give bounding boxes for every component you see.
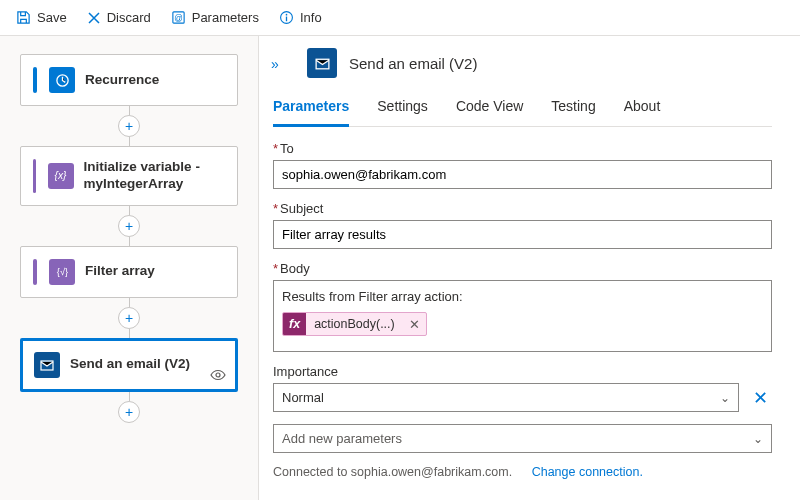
filter-icon: {√} bbox=[49, 259, 75, 285]
to-input[interactable] bbox=[273, 160, 772, 189]
step-filter-array[interactable]: {√} Filter array bbox=[20, 246, 238, 298]
accent-bar bbox=[33, 259, 37, 285]
add-parameters-label: Add new parameters bbox=[282, 431, 402, 446]
svg-text:{√}: {√} bbox=[56, 268, 67, 278]
body-editor[interactable]: Results from Filter array action: fx act… bbox=[273, 280, 772, 352]
body-text: Results from Filter array action: bbox=[282, 289, 763, 304]
chevron-down-icon: ⌄ bbox=[753, 432, 763, 446]
toolbar: Save Discard @ Parameters Info bbox=[0, 0, 800, 36]
svg-rect-4 bbox=[286, 17, 287, 22]
token-remove-button[interactable]: ✕ bbox=[403, 317, 426, 332]
save-icon bbox=[16, 10, 31, 25]
panel-tabs: Parameters Settings Code View Testing Ab… bbox=[273, 92, 772, 127]
svg-point-9 bbox=[216, 373, 220, 377]
to-label: To bbox=[280, 141, 294, 156]
connection-footer: Connected to sophia.owen@fabrikam.com. C… bbox=[273, 465, 772, 479]
variable-icon: {x} bbox=[48, 163, 74, 189]
field-subject: *Subject bbox=[273, 201, 772, 249]
accent-bar bbox=[33, 159, 36, 193]
tab-about[interactable]: About bbox=[624, 92, 661, 126]
connector: + bbox=[20, 106, 238, 146]
connector: + bbox=[20, 392, 238, 423]
fx-icon: fx bbox=[283, 313, 306, 335]
parameters-button[interactable]: @ Parameters bbox=[163, 6, 267, 29]
tab-testing[interactable]: Testing bbox=[551, 92, 595, 126]
info-label: Info bbox=[300, 10, 322, 25]
field-importance: Importance Normal ⌄ ✕ bbox=[273, 364, 772, 412]
subject-label: Subject bbox=[280, 201, 323, 216]
clear-importance-button[interactable]: ✕ bbox=[749, 387, 772, 409]
importance-select[interactable]: Normal ⌄ bbox=[273, 383, 739, 412]
discard-icon bbox=[87, 11, 101, 25]
step-send-email[interactable]: Send an email (V2) bbox=[20, 338, 238, 392]
step-recurrence[interactable]: Recurrence bbox=[20, 54, 238, 106]
add-step-button[interactable]: + bbox=[118, 115, 140, 137]
panel-title: Send an email (V2) bbox=[349, 55, 477, 72]
token-text: actionBody(...) bbox=[306, 313, 403, 335]
parameters-icon: @ bbox=[171, 10, 186, 25]
save-label: Save bbox=[37, 10, 67, 25]
field-body: *Body Results from Filter array action: … bbox=[273, 261, 772, 352]
connector: + bbox=[20, 206, 238, 246]
accent-bar bbox=[33, 67, 37, 93]
designer-canvas: Recurrence + {x} Initialize variable - m… bbox=[0, 36, 258, 500]
svg-text:{x}: {x} bbox=[55, 171, 68, 182]
importance-value: Normal bbox=[282, 390, 324, 405]
connected-text: Connected to sophia.owen@fabrikam.com. bbox=[273, 465, 512, 479]
add-step-button[interactable]: + bbox=[118, 401, 140, 423]
discard-button[interactable]: Discard bbox=[79, 6, 159, 29]
connector: + bbox=[20, 298, 238, 338]
step-title: Filter array bbox=[85, 263, 155, 280]
email-icon bbox=[34, 352, 60, 378]
info-icon bbox=[279, 10, 294, 25]
clock-icon bbox=[49, 67, 75, 93]
tab-parameters[interactable]: Parameters bbox=[273, 92, 349, 127]
discard-label: Discard bbox=[107, 10, 151, 25]
subject-input[interactable] bbox=[273, 220, 772, 249]
add-step-button[interactable]: + bbox=[118, 307, 140, 329]
step-initialize-variable[interactable]: {x} Initialize variable - myIntegerArray bbox=[20, 146, 238, 206]
collapse-panel-button[interactable]: » bbox=[271, 56, 279, 72]
peek-icon[interactable] bbox=[210, 369, 226, 384]
parameters-label: Parameters bbox=[192, 10, 259, 25]
details-panel: » Send an email (V2) Parameters Settings… bbox=[258, 36, 800, 500]
step-title: Send an email (V2) bbox=[70, 356, 190, 373]
add-parameters-select[interactable]: Add new parameters ⌄ bbox=[273, 424, 772, 453]
save-button[interactable]: Save bbox=[8, 6, 75, 29]
svg-point-3 bbox=[286, 14, 288, 16]
step-title: Initialize variable - myIntegerArray bbox=[84, 159, 225, 193]
importance-label: Importance bbox=[273, 364, 772, 379]
panel-header: Send an email (V2) bbox=[307, 48, 772, 78]
email-icon bbox=[307, 48, 337, 78]
field-add-parameters: Add new parameters ⌄ bbox=[273, 424, 772, 453]
tab-settings[interactable]: Settings bbox=[377, 92, 428, 126]
tab-code-view[interactable]: Code View bbox=[456, 92, 523, 126]
field-to: *To bbox=[273, 141, 772, 189]
change-connection-link[interactable]: Change connection. bbox=[532, 465, 643, 479]
add-step-button[interactable]: + bbox=[118, 215, 140, 237]
expression-token[interactable]: fx actionBody(...) ✕ bbox=[282, 312, 427, 336]
step-title: Recurrence bbox=[85, 72, 159, 89]
chevron-down-icon: ⌄ bbox=[720, 391, 730, 405]
svg-text:@: @ bbox=[174, 13, 183, 23]
body-label: Body bbox=[280, 261, 310, 276]
info-button[interactable]: Info bbox=[271, 6, 330, 29]
